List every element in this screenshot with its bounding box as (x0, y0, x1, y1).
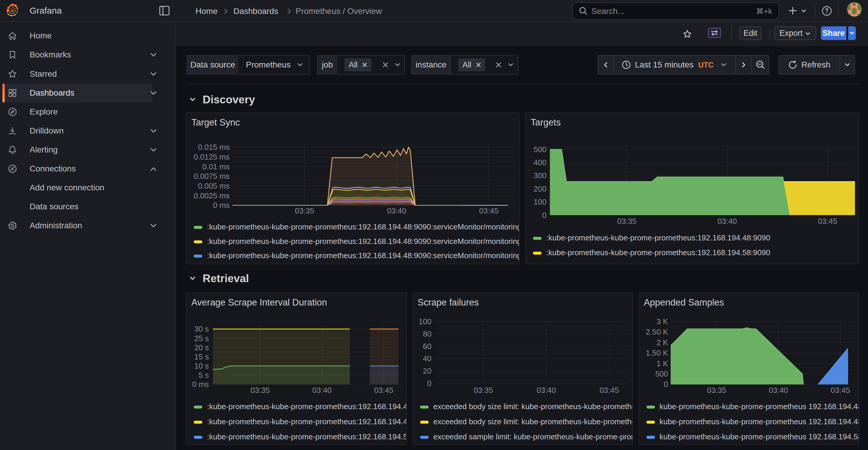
svg-text:0.01 ms: 0.01 ms (202, 162, 229, 171)
svg-text:03:35: 03:35 (295, 206, 314, 215)
svg-text:0.015 ms: 0.015 ms (198, 143, 229, 152)
svg-text:03:35: 03:35 (617, 217, 636, 226)
svg-text:0.005 ms: 0.005 ms (198, 182, 229, 190)
svg-text:500: 500 (533, 145, 546, 154)
svg-text:0: 0 (664, 380, 668, 389)
svg-text:0.0125 ms: 0.0125 ms (194, 153, 229, 161)
svg-text:0.0025 ms: 0.0025 ms (194, 191, 229, 200)
svg-text:03:45: 03:45 (599, 386, 619, 395)
svg-text:60: 60 (423, 342, 431, 351)
svg-text:03:35: 03:35 (707, 386, 726, 395)
svg-text:0 ms: 0 ms (213, 201, 229, 210)
svg-text:03:40: 03:40 (536, 386, 556, 395)
svg-text:200: 200 (533, 185, 546, 193)
svg-text:100: 100 (418, 317, 431, 326)
svg-text:1 K: 1 K (656, 359, 668, 368)
svg-text:03:45: 03:45 (818, 217, 837, 226)
svg-text:20 s: 20 s (194, 343, 209, 352)
svg-text:03:40: 03:40 (769, 386, 788, 395)
svg-text:03:40: 03:40 (387, 206, 406, 215)
svg-text:0: 0 (542, 211, 546, 220)
svg-text:300: 300 (533, 171, 546, 180)
svg-text:40: 40 (423, 354, 431, 363)
svg-text:03:35: 03:35 (250, 386, 270, 395)
svg-text:400: 400 (533, 158, 546, 167)
svg-text:0: 0 (427, 379, 431, 388)
svg-text:5 s: 5 s (198, 371, 209, 380)
svg-text:03:35: 03:35 (474, 386, 493, 395)
svg-text:15 s: 15 s (194, 352, 209, 361)
svg-text:0.0075 ms: 0.0075 ms (194, 172, 229, 181)
svg-text:3 K: 3 K (656, 317, 668, 326)
svg-text:100: 100 (533, 197, 546, 206)
svg-text:03:40: 03:40 (312, 386, 332, 395)
svg-text:25 s: 25 s (194, 334, 209, 343)
svg-text:0 ms: 0 ms (192, 380, 209, 389)
svg-text:2 K: 2 K (656, 338, 668, 347)
svg-text:500: 500 (655, 369, 668, 378)
svg-text:80: 80 (423, 329, 431, 339)
svg-text:03:45: 03:45 (831, 386, 850, 395)
svg-text:10 s: 10 s (194, 361, 209, 371)
svg-text:1.50 K: 1.50 K (646, 349, 668, 357)
svg-text:30 s: 30 s (194, 324, 209, 333)
svg-text:03:45: 03:45 (374, 386, 394, 395)
svg-text:2.50 K: 2.50 K (646, 327, 668, 336)
svg-text:03:40: 03:40 (717, 217, 737, 226)
svg-text:20: 20 (423, 366, 431, 376)
svg-text:03:45: 03:45 (479, 206, 498, 215)
